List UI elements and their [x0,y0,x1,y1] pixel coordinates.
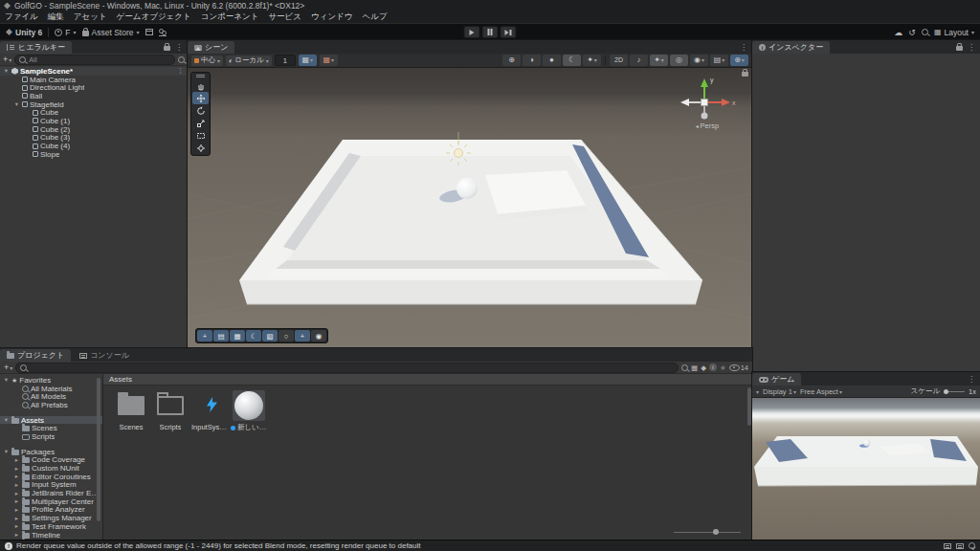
hierarchy-item-cube-1[interactable]: Cube (1) [0,117,188,125]
fold-arrow-icon[interactable]: ▸ [13,481,20,489]
fold-arrow-icon[interactable]: ▸ [13,490,20,497]
project-item-jetbrains-rider-editor[interactable]: ▸JetBrains Rider Editor [0,489,102,497]
pivot-mode-button[interactable]: 中心 ▾ [191,55,223,66]
asset-inputsysta[interactable]: InputSysta... [191,390,228,432]
project-item-all-prefabs[interactable]: All Prefabs [0,401,102,409]
menu-[interactable]: サービス [263,11,306,23]
grid-size-input[interactable]: 1 [275,55,296,66]
asset-[interactable]: 新しいマテ... [231,390,267,432]
menu-[interactable]: ファイル [0,11,43,23]
hierarchy-item-slope[interactable]: Slope [0,150,188,159]
cloud-icon[interactable]: ☁ [894,28,902,37]
fold-arrow-icon[interactable]: ▾ [3,376,10,384]
panel-menu-icon[interactable]: ⋮ [968,376,975,384]
hierarchy-search-input[interactable]: All [14,55,175,65]
project-item-test-framework[interactable]: ▸Test Framework [0,522,102,531]
slider-knob[interactable] [944,389,948,394]
tab-scene[interactable]: シーン [188,41,234,54]
move-overlay-button[interactable]: + [295,330,310,342]
orientation-mode-button[interactable]: ◐ ローカル ▾ [226,55,272,66]
menu-[interactable]: ウィンドウ [306,11,358,23]
add-gameobject-button[interactable]: + ▾ [3,55,11,64]
step-button[interactable] [501,26,517,38]
fold-arrow-icon[interactable]: ▾ [3,67,10,75]
search-by-type-icon[interactable]: ▦ [691,364,698,372]
project-item-scripts[interactable]: Scripts [0,432,102,441]
fold-arrow-icon[interactable]: ▸ [13,497,20,505]
background-tasks-icon[interactable] [969,542,975,549]
fold-arrow-icon[interactable]: ▸ [13,506,20,514]
wireframe-mode-button[interactable]: ⊕ [502,55,521,66]
project-item-favorites[interactable]: ▾Favorites [0,376,102,385]
tool-settings-overlay-button[interactable]: ▤ [213,330,229,342]
lighting-toggle-button[interactable]: ● [543,55,561,66]
gizmo-lock-icon[interactable] [742,72,748,77]
hierarchy-item-cube-2[interactable]: Cube (2) [0,125,188,134]
tab-game[interactable]: ゲーム [752,373,801,386]
hierarchy-item-directional-light[interactable]: Directional Light [0,83,188,92]
draw-modes-overlay-button[interactable]: ▧ [262,330,278,342]
audio-toggle-button[interactable]: ♪ [630,55,648,66]
fold-arrow-icon[interactable]: ▸ [13,515,20,522]
fold-arrow-icon[interactable]: ▸ [13,465,20,473]
lock-icon[interactable] [956,46,963,51]
search-icon[interactable] [922,29,928,35]
layout-dropdown-button[interactable]: ▦ Layout ▾ [934,28,974,37]
panel-menu-icon[interactable]: ⋮ [175,44,183,52]
code-coverage-icon[interactable] [956,543,964,549]
pause-button[interactable] [482,26,499,38]
cache-server-icon[interactable] [944,543,951,549]
fold-arrow-icon[interactable]: ▾ [13,100,20,108]
menu-[interactable]: ヘルプ [358,11,392,23]
search-by-label-icon[interactable]: ◆ [701,364,706,372]
project-item-settings-manager[interactable]: ▸Settings Manager [0,514,102,522]
thumbnail-zoom-slider[interactable] [674,529,741,536]
project-item-code-coverage[interactable]: ▸Code Coverage [0,456,102,465]
fold-arrow-icon[interactable]: ▾ [3,416,10,424]
menu-[interactable]: コンポーネント [196,11,264,23]
shading-mode-button[interactable]: ◑ [523,55,541,66]
asset-store-button[interactable]: Asset Store ▾ [82,28,140,37]
display-dropdown-button[interactable]: Display 1 ▾ [763,387,796,396]
view-hand-tool-button[interactable] [192,79,209,92]
orientation-overlay-button[interactable]: + [197,330,212,342]
hierarchy-item-cube-3[interactable]: Cube (3) [0,134,188,143]
scene-options-icon[interactable]: ⋮ [177,67,188,75]
panel-menu-icon[interactable]: ⋮ [740,44,747,52]
tree-scrollbar[interactable] [97,378,100,521]
overlay-drag-handle[interactable] [192,74,209,78]
ball-object[interactable] [457,178,478,199]
move-tool-button[interactable] [192,92,209,104]
project-search-input[interactable] [15,363,679,373]
perspective-label[interactable]: Persp [674,121,741,130]
hierarchy-item-main-camera[interactable]: Main Camera [0,76,188,84]
account-button[interactable]: F ▾ [55,28,76,37]
skybox-toggle-button[interactable]: ☾ [563,55,581,66]
grid-2d-toggle-button[interactable]: 2D [610,55,628,66]
tab-console[interactable]: コンソール [73,349,136,362]
hidden-count-button[interactable]: 14 [729,364,748,372]
hierarchy-item-cube-4[interactable]: Cube (4) [0,142,188,150]
project-item-timeline[interactable]: ▸Timeline [0,531,102,540]
project-item-scenes[interactable]: Scenes [0,424,102,432]
project-item-profile-analyzer[interactable]: ▸Profile Analyzer [0,506,102,515]
aspect-dropdown-button[interactable]: Free Aspect ▾ [800,387,842,396]
scale-tool-button[interactable] [192,117,209,129]
project-item-all-materials[interactable]: All Materials [0,385,102,393]
project-item-all-models[interactable]: All Models [0,392,102,401]
fold-arrow-icon[interactable]: ▸ [13,473,20,480]
slider-knob[interactable] [713,529,719,535]
fold-arrow-icon[interactable]: ▸ [13,531,20,539]
play-button[interactable] [464,26,480,38]
play-mode-dropdown-icon[interactable]: ▾ [756,388,759,395]
hierarchy-item-samplescene[interactable]: ▾SampleScene*⋮ [0,67,188,76]
menu-[interactable]: ゲームオブジェクト [112,11,196,23]
menu-[interactable]: 編集 [43,11,69,23]
project-item-custom-nunit[interactable]: ▸Custom NUnit [0,464,102,473]
view-options-overlay-button[interactable]: ☾ [246,330,261,342]
camera-dropdown-button[interactable]: ◉▾ [690,55,708,66]
asset-scenes[interactable]: Scenes [113,390,149,432]
asset-scripts[interactable]: Scripts [152,390,189,432]
search-options-icon[interactable] [178,56,185,63]
tab-hierarchy[interactable]: ヒエラルキー [0,41,72,54]
